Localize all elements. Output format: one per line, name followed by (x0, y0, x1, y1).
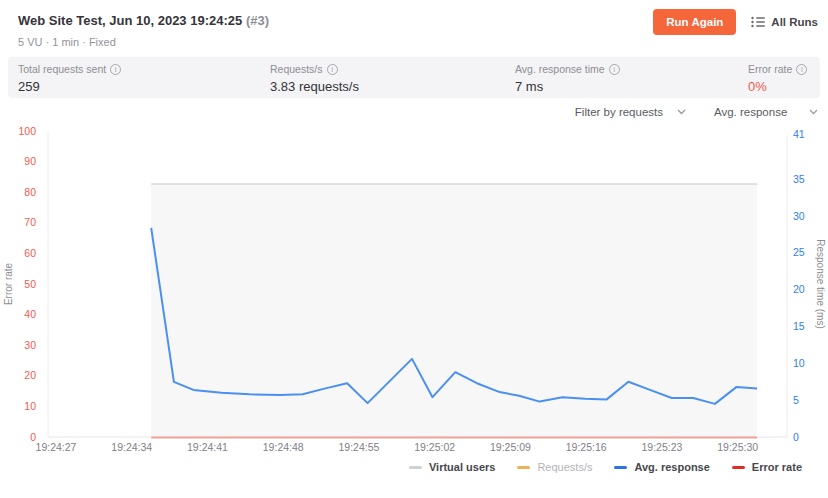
chart-controls: Filter by requests Avg. response (575, 106, 818, 118)
test-run-page: Web Site Test, Jun 10, 2023 19:24:25 (#3… (0, 0, 828, 498)
legend-item-avg-response[interactable]: Avg. response (614, 461, 709, 473)
axis-tick-label: 10 (793, 357, 805, 369)
legend-item-requests-per-sec[interactable]: Requests/s (517, 461, 592, 473)
test-config-summary: 5 VU · 1 min · Fixed (18, 36, 116, 48)
left-axis-title: Error rate (3, 262, 14, 305)
stat-requests-per-sec: Requests/s 3.83 requests/s (270, 63, 515, 98)
legend-label: Requests/s (537, 461, 592, 473)
axis-tick-label: 19:25:16 (566, 441, 607, 453)
axis-tick-label: 100 (18, 125, 36, 137)
header-actions: Run Again All Runs (653, 9, 818, 35)
chart-legend: Virtual users Requests/s Avg. response E… (409, 461, 802, 473)
page-title: Web Site Test, Jun 10, 2023 19:24:25 (#3… (18, 13, 269, 28)
axis-tick-label: 30 (24, 339, 36, 351)
virtual-users-area (151, 184, 757, 437)
axis-tick-label: 41 (793, 128, 805, 140)
legend-label: Virtual users (429, 461, 495, 473)
metric-dropdown[interactable]: Avg. response (714, 106, 818, 118)
stat-value: 0% (748, 79, 807, 94)
axis-tick-label: 19:25:09 (490, 441, 531, 453)
stat-value: 3.83 requests/s (270, 79, 515, 94)
legend-swatch (732, 466, 745, 469)
axis-tick-label: 60 (24, 247, 36, 259)
run-number: (#3) (246, 13, 269, 28)
results-chart[interactable]: 0102030405060708090100051015202530354119… (0, 124, 828, 464)
axis-tick-label: 25 (793, 246, 805, 258)
legend-item-virtual-users[interactable]: Virtual users (409, 461, 495, 473)
legend-label: Error rate (752, 461, 802, 473)
legend-swatch (517, 466, 530, 469)
chart-svg: 0102030405060708090100051015202530354119… (0, 124, 828, 464)
axis-tick-label: 19:25:23 (641, 441, 682, 453)
axis-tick-label: 19:24:27 (36, 441, 77, 453)
list-icon (751, 16, 765, 28)
stat-label: Total requests sent (18, 63, 106, 75)
stat-label: Requests/s (270, 63, 323, 75)
summary-stats-bar: Total requests sent 259 Requests/s 3.83 … (8, 57, 820, 98)
info-icon[interactable] (609, 64, 620, 75)
stat-error-rate: Error rate 0% (748, 63, 807, 98)
all-runs-label: All Runs (771, 16, 818, 28)
axis-tick-label: 80 (24, 186, 36, 198)
legend-item-error-rate[interactable]: Error rate (732, 461, 802, 473)
stat-label: Error rate (748, 63, 792, 75)
axis-tick-label: 19:24:41 (187, 441, 228, 453)
stat-value: 259 (18, 79, 270, 94)
right-axis-title: Response time (ms) (815, 239, 826, 328)
axis-tick-label: 5 (793, 394, 799, 406)
legend-label: Avg. response (634, 461, 709, 473)
axis-tick-label: 19:25:30 (717, 441, 758, 453)
axis-tick-label: 90 (24, 155, 36, 167)
chevron-down-icon (809, 109, 818, 115)
axis-tick-label: 19:24:55 (339, 441, 380, 453)
stat-label: Avg. response time (515, 63, 605, 75)
axis-tick-label: 40 (24, 308, 36, 320)
all-runs-button[interactable]: All Runs (751, 16, 818, 28)
info-icon[interactable] (796, 64, 807, 75)
info-icon[interactable] (110, 64, 121, 75)
stat-total-requests: Total requests sent 259 (18, 63, 270, 98)
axis-tick-label: 20 (793, 283, 805, 295)
axis-tick-label: 10 (24, 400, 36, 412)
dropdown-label: Avg. response (714, 106, 787, 118)
axis-tick-label: 50 (24, 278, 36, 290)
axis-tick-label: 20 (24, 369, 36, 381)
legend-swatch (614, 466, 627, 469)
axis-tick-label: 19:24:34 (111, 441, 152, 453)
filter-by-requests-dropdown[interactable]: Filter by requests (575, 106, 686, 118)
axis-tick-label: 0 (793, 431, 799, 443)
axis-tick-label: 15 (793, 320, 805, 332)
axis-tick-label: 19:25:02 (414, 441, 455, 453)
run-again-button[interactable]: Run Again (653, 9, 736, 35)
info-icon[interactable] (327, 64, 338, 75)
axis-tick-label: 30 (793, 210, 805, 222)
stat-avg-response-time: Avg. response time 7 ms (515, 63, 748, 98)
dropdown-label: Filter by requests (575, 106, 663, 118)
axis-tick-label: 19:24:48 (263, 441, 304, 453)
test-title: Web Site Test, Jun 10, 2023 19:24:25 (18, 13, 242, 28)
axis-tick-label: 35 (793, 173, 805, 185)
chevron-down-icon (677, 109, 686, 115)
stat-value: 7 ms (515, 79, 748, 94)
legend-swatch (409, 466, 422, 469)
axis-tick-label: 70 (24, 216, 36, 228)
